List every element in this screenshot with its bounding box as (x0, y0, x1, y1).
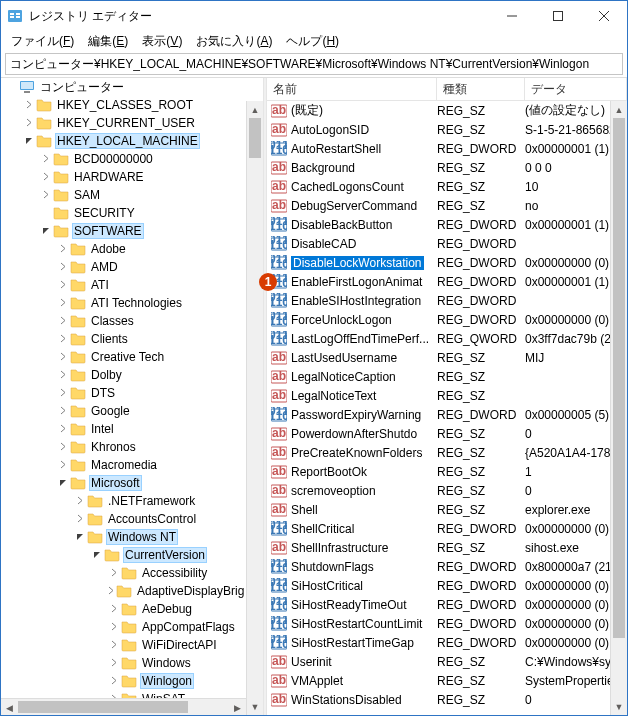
tree-node-khronos[interactable]: Khronos (1, 438, 246, 456)
value-row[interactable]: LastLogOffEndTimePerf...REG_QWORD0x3ff7d… (267, 329, 627, 348)
collapse-icon[interactable] (73, 532, 87, 543)
tree-node-macromedia[interactable]: Macromedia (1, 456, 246, 474)
tree-node-winlogon[interactable]: Winlogon (1, 672, 246, 690)
tree-node-clients[interactable]: Clients (1, 330, 246, 348)
menu-file[interactable]: ファイル(F) (5, 31, 80, 52)
value-row[interactable]: VMAppletREG_SZSystemPropertie (267, 671, 627, 690)
tree-node-currentversion[interactable]: CurrentVersion (1, 546, 246, 564)
expand-icon[interactable] (107, 676, 121, 687)
tree-vertical-scrollbar[interactable]: ▲ ▼ (246, 101, 263, 715)
expand-icon[interactable] (56, 460, 70, 471)
expand-icon[interactable] (107, 568, 121, 579)
value-row[interactable]: ShellREG_SZexplorer.exe (267, 500, 627, 519)
expand-icon[interactable] (22, 100, 36, 111)
tree-node-intel[interactable]: Intel (1, 420, 246, 438)
tree-node-dolby[interactable]: Dolby (1, 366, 246, 384)
tree-node-hardware[interactable]: HARDWARE (1, 168, 246, 186)
value-row[interactable]: LegalNoticeCaptionREG_SZ (267, 367, 627, 386)
value-row[interactable]: EnableFirstLogonAnimatREG_DWORD0x0000000… (267, 272, 627, 291)
expand-icon[interactable] (56, 244, 70, 255)
column-type[interactable]: 種類 (437, 78, 525, 100)
tree-node-sam[interactable]: SAM (1, 186, 246, 204)
value-row[interactable]: DebugServerCommandREG_SZno (267, 196, 627, 215)
expand-icon[interactable] (107, 640, 121, 651)
collapse-icon[interactable] (39, 226, 53, 237)
value-row[interactable]: ShellInfrastructureREG_SZsihost.exe (267, 538, 627, 557)
menu-favorites[interactable]: お気に入り(A) (190, 31, 278, 52)
tree-node-adaptivedisplaybrig[interactable]: AdaptiveDisplayBrig (1, 582, 246, 600)
expand-icon[interactable] (56, 352, 70, 363)
tree-node-classes[interactable]: Classes (1, 312, 246, 330)
value-row[interactable]: WinStationsDisabledREG_SZ0 (267, 690, 627, 709)
expand-icon[interactable] (56, 316, 70, 327)
maximize-button[interactable] (535, 1, 581, 31)
value-row[interactable]: UserinitREG_SZC:¥Windows¥sy (267, 652, 627, 671)
value-row[interactable]: DisableBackButtonREG_DWORD0x00000001 (1) (267, 215, 627, 234)
expand-icon[interactable] (56, 334, 70, 345)
expand-icon[interactable] (56, 424, 70, 435)
value-row[interactable]: PasswordExpiryWarningREG_DWORD0x00000005… (267, 405, 627, 424)
tree-node-accessibility[interactable]: Accessibility (1, 564, 246, 582)
menu-view[interactable]: 表示(V) (136, 31, 188, 52)
tree-node--[interactable]: コンピューター (1, 78, 246, 96)
expand-icon[interactable] (56, 262, 70, 273)
menu-edit[interactable]: 編集(E) (82, 31, 134, 52)
address-bar[interactable]: コンピューター¥HKEY_LOCAL_MACHINE¥SOFTWARE¥Micr… (5, 53, 623, 75)
collapse-icon[interactable] (56, 478, 70, 489)
expand-icon[interactable] (56, 280, 70, 291)
value-row[interactable]: SiHostRestartTimeGapREG_DWORD0x00000000 … (267, 633, 627, 652)
value-row[interactable]: AutoLogonSIDREG_SZS-1-5-21-865682 (267, 120, 627, 139)
tree-node-windows[interactable]: Windows (1, 654, 246, 672)
column-name[interactable]: 名前 (267, 78, 437, 100)
tree-node-hkey-current-user[interactable]: HKEY_CURRENT_USER (1, 114, 246, 132)
column-data[interactable]: データ (525, 78, 627, 100)
tree-node-windows-nt[interactable]: Windows NT (1, 528, 246, 546)
tree-node-amd[interactable]: AMD (1, 258, 246, 276)
expand-icon[interactable] (56, 442, 70, 453)
menu-help[interactable]: ヘルプ(H) (280, 31, 345, 52)
tree-node-ati[interactable]: ATI (1, 276, 246, 294)
expand-icon[interactable] (56, 388, 70, 399)
value-row[interactable]: scremoveoptionREG_SZ0 (267, 481, 627, 500)
tree-horizontal-scrollbar[interactable]: ◀ ▶ (1, 698, 246, 715)
tree-node-adobe[interactable]: Adobe (1, 240, 246, 258)
value-row[interactable]: SiHostRestartCountLimitREG_DWORD0x000000… (267, 614, 627, 633)
value-row[interactable]: LegalNoticeTextREG_SZ (267, 386, 627, 405)
value-row[interactable]: CachedLogonsCountREG_SZ10 (267, 177, 627, 196)
tree-node-hkey-local-machine[interactable]: HKEY_LOCAL_MACHINE (1, 132, 246, 150)
tree-node-creative-tech[interactable]: Creative Tech (1, 348, 246, 366)
value-row[interactable]: SiHostCriticalREG_DWORD0x00000000 (0) (267, 576, 627, 595)
tree-node-aedebug[interactable]: AeDebug (1, 600, 246, 618)
collapse-icon[interactable] (22, 136, 36, 147)
value-row[interactable]: ShellCriticalREG_DWORD0x00000000 (0) (267, 519, 627, 538)
tree-node-hkey-classes-root[interactable]: HKEY_CLASSES_ROOT (1, 96, 246, 114)
value-row[interactable]: ForceUnlockLogonREG_DWORD0x00000000 (0) (267, 310, 627, 329)
value-row[interactable]: LastUsedUsernameREG_SZMIJ (267, 348, 627, 367)
expand-icon[interactable] (73, 514, 87, 525)
expand-icon[interactable] (22, 118, 36, 129)
expand-icon[interactable] (73, 496, 87, 507)
value-row[interactable]: BackgroundREG_SZ0 0 0 (267, 158, 627, 177)
tree-node-winsat[interactable]: WinSAT (1, 690, 246, 698)
tree-node--netframework[interactable]: .NETFramework (1, 492, 246, 510)
tree-node-bcd00000000[interactable]: BCD00000000 (1, 150, 246, 168)
expand-icon[interactable] (39, 172, 53, 183)
value-row[interactable]: AutoRestartShellREG_DWORD0x00000001 (1) (267, 139, 627, 158)
value-row[interactable]: (既定)REG_SZ(値の設定なし) (267, 101, 627, 120)
expand-icon[interactable] (107, 658, 121, 669)
tree-node-security[interactable]: SECURITY (1, 204, 246, 222)
tree-node-dts[interactable]: DTS (1, 384, 246, 402)
tree-node-google[interactable]: Google (1, 402, 246, 420)
expand-icon[interactable] (107, 586, 116, 597)
minimize-button[interactable] (489, 1, 535, 31)
close-button[interactable] (581, 1, 627, 31)
tree-node-microsoft[interactable]: Microsoft (1, 474, 246, 492)
tree-node-ati-technologies[interactable]: ATI Technologies (1, 294, 246, 312)
expand-icon[interactable] (39, 190, 53, 201)
tree-node-software[interactable]: SOFTWARE (1, 222, 246, 240)
value-row[interactable]: EnableSIHostIntegrationREG_DWORD (267, 291, 627, 310)
value-row[interactable]: PowerdownAfterShutdoREG_SZ0 (267, 424, 627, 443)
expand-icon[interactable] (56, 406, 70, 417)
value-row[interactable]: DisableLockWorkstationREG_DWORD0x0000000… (267, 253, 627, 272)
value-row[interactable]: SiHostReadyTimeOutREG_DWORD0x00000000 (0… (267, 595, 627, 614)
